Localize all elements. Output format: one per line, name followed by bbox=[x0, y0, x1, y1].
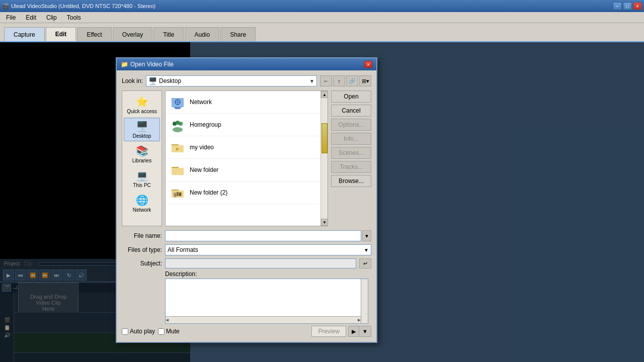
files-of-type-combo[interactable]: All Formats ▼ bbox=[165, 244, 371, 255]
network-icon: 🌐 bbox=[136, 194, 148, 206]
file-list-scrollbar: ▲ ▼ bbox=[320, 91, 328, 226]
file-name-dropdown[interactable]: ▼ bbox=[362, 230, 371, 241]
look-in-value: Desktop bbox=[159, 77, 181, 84]
play-icon-button[interactable]: ▶ bbox=[349, 326, 359, 337]
desc-scrollbar-v[interactable] bbox=[361, 279, 368, 323]
svg-marker-2 bbox=[174, 107, 182, 109]
minimize-button[interactable]: − bbox=[613, 2, 622, 10]
browse-button[interactable]: Browse... bbox=[331, 175, 371, 187]
file-list-wrapper: Network bbox=[165, 90, 328, 226]
file-list: Network bbox=[166, 91, 320, 226]
this-pc-icon: 💻 bbox=[136, 169, 148, 182]
auto-play-checkbox-label[interactable]: Auto play bbox=[122, 328, 155, 335]
menu-file[interactable]: File bbox=[2, 13, 20, 22]
mute-checkbox[interactable] bbox=[158, 328, 165, 335]
app-icon: 🎬 bbox=[2, 3, 9, 10]
tab-audio[interactable]: Audio bbox=[185, 27, 219, 41]
menu-edit[interactable]: Edit bbox=[22, 13, 40, 22]
mute-checkbox-label[interactable]: Mute bbox=[158, 328, 180, 335]
info-button[interactable]: Info... bbox=[331, 133, 371, 145]
auto-play-label: Auto play bbox=[130, 328, 155, 335]
file-name-myvideo: my video bbox=[190, 144, 214, 151]
title-bar: 🎬 Ulead VideoStudio (Untitled, DVD NTSC … bbox=[0, 0, 644, 12]
nav-web-button[interactable]: 🔗 bbox=[346, 75, 358, 86]
play-controls: ▶ ▼ bbox=[348, 326, 371, 337]
nav-panel: ⭐ Quick access 🖥️ Desktop 📚 Libraries 💻 … bbox=[122, 90, 162, 226]
nav-item-network[interactable]: 🌐 Network bbox=[124, 192, 160, 215]
main-area: Project Clip ▽ ▶ ⏮ ⏪ ⏩ ⏭ ↻ 🔊 🎬 –/– ▼ 🎬 📋 bbox=[0, 42, 644, 362]
nav-view-button[interactable]: ⊞▾ bbox=[359, 75, 371, 86]
tab-title[interactable]: Title bbox=[153, 27, 184, 41]
file-name-newfolder2: New folder (2) bbox=[190, 189, 227, 196]
homegroup-icon bbox=[170, 117, 186, 133]
menu-clip[interactable]: Clip bbox=[42, 13, 61, 22]
preview-button[interactable]: Preview bbox=[311, 326, 346, 337]
nav-item-this-pc[interactable]: 💻 This PC bbox=[124, 167, 160, 191]
file-name-input-area: ▼ bbox=[165, 230, 371, 241]
nav-item-libraries[interactable]: 📚 Libraries bbox=[124, 142, 160, 166]
toolbar: Capture Edit Effect Overlay Title Audio … bbox=[0, 23, 644, 42]
svg-point-9 bbox=[173, 127, 183, 132]
libraries-icon: 📚 bbox=[136, 145, 148, 157]
file-name-homegroup: Homegroup bbox=[190, 121, 221, 128]
dialog-title-text: Open Video File bbox=[130, 61, 174, 68]
scroll-down-button[interactable]: ▼ bbox=[321, 219, 328, 226]
auto-play-checkbox[interactable] bbox=[122, 328, 128, 335]
nav-back-button[interactable]: ← bbox=[320, 75, 332, 86]
list-item[interactable]: New folder (2) bbox=[166, 182, 320, 204]
look-in-row: Look in: 🖥️ Desktop ▼ ← ↑ 🔗 ⊞▾ bbox=[122, 75, 371, 86]
tab-overlay[interactable]: Overlay bbox=[113, 27, 152, 41]
nav-up-button[interactable]: ↑ bbox=[333, 75, 345, 86]
nav-item-quick-access[interactable]: ⭐ Quick access bbox=[124, 93, 160, 117]
scroll-up-button[interactable]: ▲ bbox=[321, 91, 328, 98]
list-item[interactable]: Network bbox=[166, 91, 320, 114]
myvideo-folder-icon bbox=[170, 139, 186, 155]
play-dropdown-button[interactable]: ▼ bbox=[359, 326, 371, 337]
nav-item-desktop[interactable]: 🖥️ Desktop bbox=[124, 118, 160, 141]
options-button[interactable]: Options... bbox=[331, 119, 371, 131]
subject-label: Subject: bbox=[122, 260, 162, 267]
subject-input[interactable] bbox=[165, 258, 356, 268]
file-area: ⭐ Quick access 🖥️ Desktop 📚 Libraries 💻 … bbox=[122, 90, 371, 226]
svg-rect-16 bbox=[177, 192, 179, 196]
file-name-input[interactable] bbox=[165, 230, 361, 241]
look-in-folder-icon: 🖥️ bbox=[148, 77, 157, 85]
file-toolbar-icons: ← ↑ 🔗 ⊞▾ bbox=[320, 75, 371, 86]
svg-rect-10 bbox=[172, 144, 179, 145]
list-item[interactable]: my video bbox=[166, 136, 320, 159]
tab-share[interactable]: Share bbox=[220, 27, 256, 41]
files-of-type-row: Files of type: All Formats ▼ bbox=[122, 244, 371, 255]
newfolder2-icon bbox=[170, 185, 186, 201]
window-title: Ulead VideoStudio (Untitled, DVD NTSC 72… bbox=[11, 3, 155, 9]
open-video-dialog: 📁 Open Video File × Look in: 🖥️ Desktop … bbox=[116, 57, 377, 343]
scrollbar-thumb[interactable] bbox=[321, 123, 328, 153]
list-item[interactable]: Homegroup bbox=[166, 114, 320, 136]
file-name-network: Network bbox=[190, 99, 212, 106]
tab-capture[interactable]: Capture bbox=[4, 27, 45, 41]
dialog-close-button[interactable]: × bbox=[364, 61, 372, 68]
mute-label: Mute bbox=[166, 328, 180, 335]
files-of-type-label: Files of type: bbox=[122, 246, 162, 253]
svg-point-8 bbox=[176, 121, 180, 125]
bottom-controls: Auto play Mute Preview ▶ ▼ bbox=[122, 326, 371, 337]
look-in-combo[interactable]: 🖥️ Desktop ▼ bbox=[146, 75, 317, 86]
tab-effect[interactable]: Effect bbox=[77, 27, 111, 41]
menu-tools[interactable]: Tools bbox=[63, 13, 85, 22]
maximize-button[interactable]: □ bbox=[623, 2, 632, 10]
desc-scrollbar-h[interactable]: ◀ ▶ bbox=[166, 316, 361, 323]
cancel-button[interactable]: Cancel bbox=[331, 105, 371, 117]
window-controls: − □ × bbox=[613, 2, 642, 10]
scenes-button[interactable]: Scenes... bbox=[331, 147, 371, 159]
open-button[interactable]: Open bbox=[331, 90, 371, 103]
file-name-newfolder: New folder bbox=[190, 166, 218, 173]
svg-rect-13 bbox=[172, 190, 179, 191]
tab-edit[interactable]: Edit bbox=[46, 27, 76, 41]
look-in-label: Look in: bbox=[122, 77, 143, 84]
description-box[interactable]: ◀ ▶ bbox=[165, 279, 368, 324]
quick-access-icon: ⭐ bbox=[136, 96, 148, 108]
subject-arrow-button[interactable]: ↵ bbox=[359, 258, 371, 268]
description-label: Description: bbox=[165, 270, 371, 278]
tracks-button[interactable]: Tracks... bbox=[331, 161, 371, 173]
close-button[interactable]: × bbox=[633, 2, 642, 10]
list-item[interactable]: New folder bbox=[166, 159, 320, 182]
